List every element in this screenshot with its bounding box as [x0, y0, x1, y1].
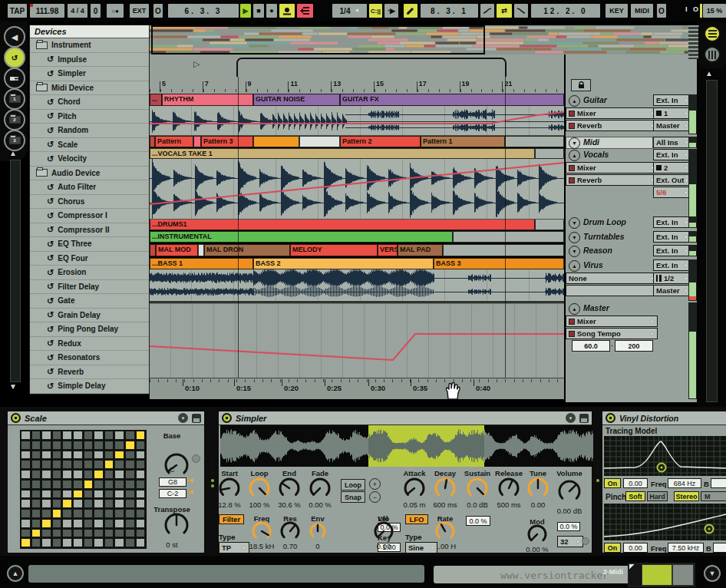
- scale-cell[interactable]: [31, 499, 41, 508]
- arrangement-view-button[interactable]: [704, 25, 721, 42]
- device-slot-master[interactable]: Song Tempo▼: [566, 328, 658, 339]
- sustain-value[interactable]: 0.0 dB: [467, 500, 487, 509]
- end-knob[interactable]: [278, 477, 301, 503]
- save-preset-icon[interactable]: [579, 414, 589, 423]
- scale-cell[interactable]: [94, 460, 104, 469]
- mono-button[interactable]: M: [701, 491, 726, 501]
- output-routing-vocals[interactable]: 5/6▼: [653, 187, 691, 198]
- vocals-track-body[interactable]: [150, 159, 564, 220]
- scale-cell[interactable]: [84, 480, 94, 489]
- browser-item-gate[interactable]: ↺Gate: [30, 294, 149, 309]
- scale-cell[interactable]: [62, 499, 72, 508]
- scale-cell[interactable]: [136, 431, 146, 440]
- time-signature-field[interactable]: 4 / 4: [68, 4, 87, 18]
- scale-cell[interactable]: [94, 480, 104, 489]
- browser-item-eq-four[interactable]: ↺EQ Four: [30, 252, 149, 266]
- nudge-field[interactable]: 0: [91, 4, 101, 18]
- pinch-bw-field[interactable]: [713, 543, 726, 553]
- clip[interactable]: VERS: [378, 244, 398, 256]
- scale-cell[interactable]: [31, 509, 41, 518]
- scale-cell[interactable]: [136, 519, 146, 528]
- sustain-knob[interactable]: [466, 477, 489, 503]
- hide-browser-button[interactable]: ◀: [4, 26, 25, 48]
- scale-cell[interactable]: [62, 529, 72, 538]
- scale-cell[interactable]: [114, 451, 124, 460]
- clip[interactable]: ...: [150, 94, 162, 106]
- release-value[interactable]: 500 ms: [497, 500, 520, 509]
- transpose-knob[interactable]: [163, 512, 190, 541]
- start-knob[interactable]: [218, 477, 241, 503]
- output-routing-guitar[interactable]: Master▼: [653, 120, 691, 131]
- scale-cell[interactable]: [52, 460, 62, 469]
- clip[interactable]: MAL PAD: [398, 244, 443, 256]
- scale-cell[interactable]: [136, 490, 146, 499]
- scale-cell[interactable]: [136, 499, 146, 508]
- overview-viewport[interactable]: [151, 25, 485, 55]
- browser-item-pitch[interactable]: ↺Pitch: [30, 110, 149, 124]
- scale-cell[interactable]: [84, 499, 94, 508]
- track-name-virus[interactable]: Virus: [583, 260, 603, 269]
- master-automation-lane[interactable]: [150, 302, 564, 379]
- device-on-icon[interactable]: [11, 413, 21, 423]
- scale-cell[interactable]: [104, 431, 114, 440]
- scale-cell[interactable]: [52, 499, 62, 508]
- scale-cell[interactable]: [104, 480, 114, 489]
- env-knob[interactable]: [309, 522, 327, 543]
- release-knob[interactable]: [497, 477, 520, 503]
- pinch-freq-field[interactable]: 7.50 kHz: [668, 543, 704, 553]
- scale-cell[interactable]: [104, 490, 114, 499]
- io-routing-drum-loop[interactable]: Ext. In▼: [653, 216, 691, 228]
- beat-time-ruler[interactable]: 579111315171921: [150, 77, 564, 94]
- plugin-browser-button[interactable]: [4, 68, 25, 89]
- track-fold-button-master[interactable]: ▲: [569, 303, 580, 315]
- vinyl-title-bar[interactable]: Vinyl Distortion: [602, 411, 726, 425]
- chevron-down-icon[interactable]: ▼: [178, 413, 188, 423]
- clip[interactable]: GUITAR NOISE: [253, 94, 340, 106]
- scale-cell[interactable]: [41, 480, 51, 489]
- metronome-button[interactable]: ○●: [107, 4, 124, 18]
- tracing-drive-field[interactable]: 0.00: [623, 478, 648, 488]
- scale-cell[interactable]: [62, 519, 72, 528]
- scale-cell[interactable]: [21, 538, 31, 547]
- track-name-midi[interactable]: Midi: [583, 137, 599, 147]
- fade-value[interactable]: 0.00 %: [309, 500, 332, 509]
- scale-cell[interactable]: [73, 499, 83, 508]
- arrangement-scroll-up[interactable]: ▲: [705, 69, 713, 78]
- scale-cell[interactable]: [114, 490, 124, 499]
- browser-item-reverb[interactable]: ↺Reverb: [30, 365, 149, 380]
- volume-mod-field[interactable]: 0.0 %: [557, 522, 580, 531]
- scale-cell[interactable]: [52, 509, 62, 518]
- output-routing-virus[interactable]: Master▼: [653, 285, 691, 296]
- lfo-type-menu[interactable]: Sine▼: [405, 542, 437, 553]
- clip[interactable]: [299, 136, 340, 147]
- tracing-bw-field[interactable]: [711, 478, 726, 488]
- back-to-arrangement-button[interactable]: [297, 4, 313, 18]
- scale-cell[interactable]: [84, 470, 94, 479]
- scale-cell[interactable]: [114, 509, 124, 518]
- scale-cell[interactable]: [94, 509, 104, 518]
- pinch-on-button[interactable]: On: [604, 543, 621, 553]
- scale-cell[interactable]: [125, 460, 135, 469]
- pinch-hard-button[interactable]: Hard: [647, 491, 668, 501]
- decay-value[interactable]: 600 ms: [433, 500, 457, 509]
- scale-cell[interactable]: [104, 441, 114, 450]
- browser-item-scale[interactable]: ↺Scale: [30, 138, 149, 153]
- output-routing-virus[interactable]: 1/2▼: [653, 273, 691, 284]
- scale-cell[interactable]: [104, 460, 114, 469]
- scale-cell[interactable]: [73, 470, 83, 479]
- scale-cell[interactable]: [52, 431, 62, 440]
- scale-cell[interactable]: [136, 480, 146, 489]
- scale-cell[interactable]: [136, 509, 146, 518]
- loop-knob[interactable]: [248, 477, 271, 503]
- cpu-meter[interactable]: 15 %: [703, 4, 726, 18]
- clip[interactable]: [535, 148, 564, 159]
- scale-cell[interactable]: [62, 451, 72, 460]
- swap-arrow-icon[interactable]: ◀: [188, 488, 193, 495]
- scale-cell[interactable]: [21, 431, 31, 440]
- browser-item-eq-three[interactable]: ↺EQ Three: [30, 237, 149, 252]
- scale-cell[interactable]: [41, 538, 51, 547]
- virus-track-body[interactable]: [150, 269, 564, 302]
- clip[interactable]: Pattern 1: [421, 136, 505, 147]
- volume-quant-menu[interactable]: 32▼: [557, 536, 583, 547]
- scale-cell[interactable]: [84, 451, 94, 460]
